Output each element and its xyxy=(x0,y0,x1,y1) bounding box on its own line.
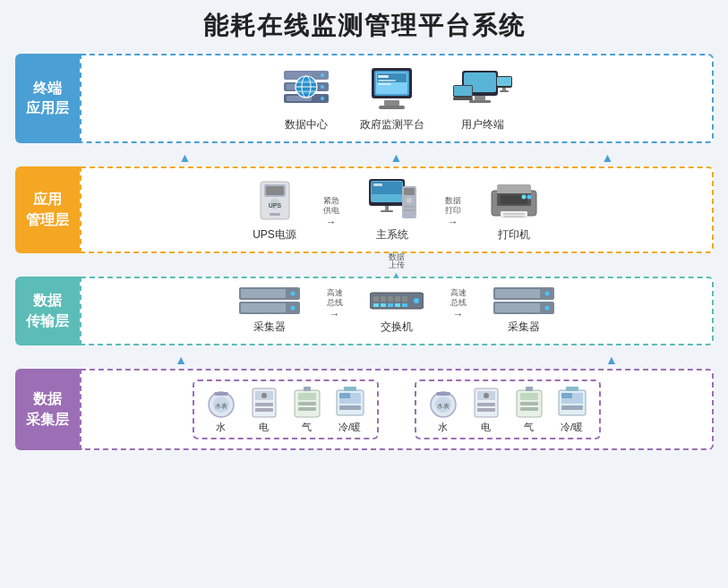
heat2-item: 冷/暖 xyxy=(554,387,590,434)
datatransfer-layer-row: 数据传输层 采集器 高速总线 xyxy=(15,277,714,345)
computer-icon xyxy=(366,177,418,224)
elec2-label: 电 xyxy=(481,421,491,434)
svg-rect-16 xyxy=(379,106,405,109)
svg-rect-86 xyxy=(495,303,540,312)
switch-icon xyxy=(370,287,424,316)
svg-rect-120 xyxy=(526,387,533,391)
up-arrow-3: ▲ xyxy=(602,151,614,164)
collection-section1: 水表 水 xyxy=(193,379,379,439)
svg-text:UPS: UPS xyxy=(268,202,281,209)
arrows-a-to-dt: 数据 上传 ▲ xyxy=(15,259,714,277)
collection-section2: 水表 水 xyxy=(415,379,601,439)
gas1-label: 气 xyxy=(302,421,312,434)
svg-rect-67 xyxy=(241,303,286,312)
up-arrow-2: ▲ xyxy=(390,151,403,164)
svg-rect-38 xyxy=(266,186,284,195)
svg-rect-75 xyxy=(402,296,407,302)
printer-label: 打印机 xyxy=(498,227,530,243)
svg-rect-106 xyxy=(344,387,356,391)
arrows-dt-to-dc: ▲ ▲ xyxy=(15,351,714,369)
svg-point-96 xyxy=(261,393,267,398)
svg-rect-109 xyxy=(436,392,450,396)
svg-rect-101 xyxy=(304,387,311,391)
monitors-icon xyxy=(451,69,514,114)
user-terminal-item: 用户终端 xyxy=(451,69,514,132)
svg-rect-59 xyxy=(503,213,525,215)
switch-item: 交换机 xyxy=(370,287,424,335)
svg-rect-60 xyxy=(503,216,525,217)
datatransfer-devices: 采集器 高速总线 → xyxy=(92,287,701,335)
arrows-t-to-a: ▲ ▲ ▲ xyxy=(15,149,714,166)
elec1-item: 电 xyxy=(246,387,282,434)
application-layer-row: 应用管理层 UPS UPS电源 xyxy=(15,166,714,253)
heat1-label: 冷/暖 xyxy=(338,421,361,434)
svg-rect-15 xyxy=(384,100,399,106)
svg-rect-76 xyxy=(373,303,379,307)
svg-rect-123 xyxy=(561,405,583,410)
up-arrow-1: ▲ xyxy=(179,151,192,164)
ups-item: UPS UPS电源 xyxy=(253,177,296,243)
svg-rect-34 xyxy=(453,98,473,100)
svg-rect-30 xyxy=(502,88,506,90)
section2-devices: 水表 水 xyxy=(425,387,590,434)
svg-rect-80 xyxy=(402,303,407,307)
svg-rect-104 xyxy=(339,405,361,410)
datatransfer-layer-label: 数据传输层 xyxy=(15,277,80,345)
heat-meter2-icon xyxy=(557,387,587,419)
gov-platform-label: 政府监测平台 xyxy=(360,117,424,132)
rack1-icon xyxy=(239,287,300,316)
application-layer-label: 应用管理层 xyxy=(15,166,80,253)
svg-point-3 xyxy=(321,73,324,77)
svg-rect-90 xyxy=(214,392,228,396)
svg-rect-72 xyxy=(381,296,386,302)
ups-label: UPS电源 xyxy=(253,227,296,243)
svg-rect-79 xyxy=(395,303,400,307)
water2-item: 水表 水 xyxy=(425,390,461,434)
svg-rect-71 xyxy=(373,296,379,302)
datacollection-layer-label: 数据采集层 xyxy=(15,369,80,450)
svg-point-84 xyxy=(544,292,549,296)
conn-switch-col2: 高速总线 → xyxy=(450,288,467,335)
svg-rect-117 xyxy=(520,393,538,400)
svg-rect-33 xyxy=(454,86,472,96)
svg-rect-118 xyxy=(520,402,538,405)
svg-rect-77 xyxy=(381,303,386,307)
svg-point-62 xyxy=(521,195,526,200)
svg-rect-95 xyxy=(255,408,273,412)
heat1-item: 冷/暖 xyxy=(332,387,368,434)
application-layer-content: UPS UPS电源 紧急供电 → xyxy=(80,166,714,253)
svg-rect-31 xyxy=(500,90,509,92)
printer-icon xyxy=(488,177,540,224)
svg-rect-51 xyxy=(404,206,415,208)
svg-rect-46 xyxy=(385,206,389,210)
gas-meter2-icon xyxy=(515,387,544,419)
conn-col1-switch: 高速总线 → xyxy=(327,288,343,335)
svg-rect-27 xyxy=(469,100,491,103)
svg-rect-64 xyxy=(241,289,286,298)
collector1-label: 采集器 xyxy=(253,320,286,335)
section1-devices: 水表 水 xyxy=(203,387,368,434)
water-meter2-icon: 水表 xyxy=(427,390,459,419)
conn-ups-main: 紧急供电 → xyxy=(323,196,339,243)
terminal-layer-content: 数据中心 xyxy=(80,54,714,143)
datacollection-layer-content: 水表 水 xyxy=(80,369,714,450)
svg-text:水表: 水表 xyxy=(215,403,227,409)
elec-meter1-icon xyxy=(251,387,278,419)
rack2-icon xyxy=(493,287,554,316)
svg-rect-23 xyxy=(378,83,391,85)
svg-point-115 xyxy=(484,393,489,398)
svg-rect-125 xyxy=(566,387,578,391)
svg-rect-83 xyxy=(495,289,540,298)
gas1-item: 气 xyxy=(289,387,325,434)
svg-point-68 xyxy=(290,306,295,311)
svg-rect-105 xyxy=(339,393,350,398)
page-title: 能耗在线监测管理平台系统 xyxy=(203,9,526,43)
svg-rect-41 xyxy=(270,213,280,216)
user-terminal-label: 用户终端 xyxy=(461,117,504,132)
collector1-item: 采集器 xyxy=(239,287,300,335)
printer-item: 打印机 xyxy=(488,177,540,243)
elec1-label: 电 xyxy=(259,421,269,434)
svg-rect-99 xyxy=(298,402,316,405)
svg-point-50 xyxy=(407,198,412,203)
server-icon xyxy=(279,69,333,114)
